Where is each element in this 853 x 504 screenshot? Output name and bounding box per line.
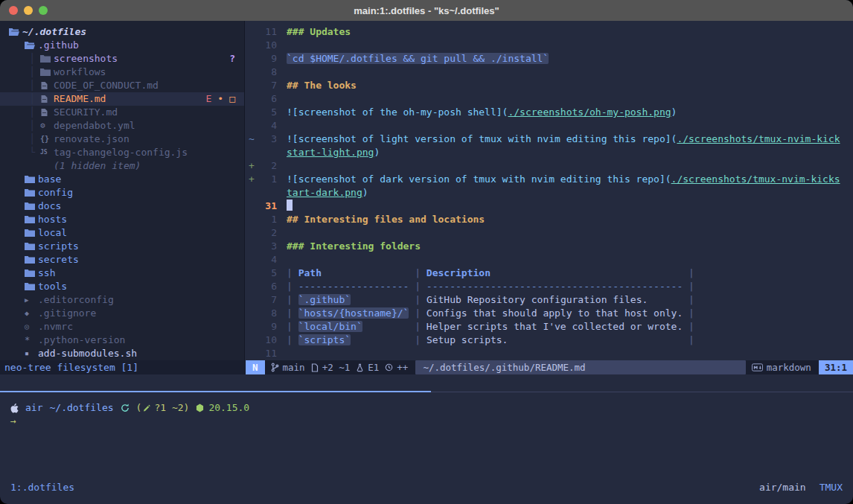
file-md-icon [40, 81, 54, 90]
tree-item[interactable]: │⚙dependabot.yml [0, 119, 244, 133]
tree-item[interactable]: (1 hidden item) [0, 159, 244, 173]
editor-line[interactable]: 8 [246, 66, 853, 79]
tree-item[interactable]: scripts [0, 240, 244, 253]
tree-item[interactable]: │{}renovate.json [0, 133, 244, 146]
editor-line[interactable]: 8| `hosts/{hostname}/` | Configs that sh… [246, 307, 853, 320]
editor-line[interactable]: 11### Updates [246, 25, 853, 39]
tree-item[interactable]: ▪add-submodules.sh [0, 347, 244, 360]
tree-item[interactable]: ~/.dotfiles [0, 25, 244, 39]
pane-divider[interactable] [0, 391, 853, 392]
line-number: 5 [259, 106, 277, 119]
tree-item[interactable]: config [0, 186, 244, 200]
editor-line[interactable]: 4 [246, 119, 853, 133]
editor-line[interactable]: 7## The looks [246, 79, 853, 92]
clock-icon [385, 363, 393, 371]
tree-item-label: config [38, 186, 73, 200]
tree-item[interactable]: ◆.gitignore [0, 307, 244, 320]
tree-item-label: .python-version [38, 334, 125, 347]
tree-item[interactable]: tools [0, 280, 244, 293]
text-segment: ![screenshot of light version of tmux wi… [287, 133, 677, 144]
shell-pane[interactable]: air ~/.dotfiles ( ?1 ~2 ) 20.15.0 → [0, 374, 853, 476]
tree-item[interactable]: ssh [0, 267, 244, 280]
editor-line[interactable]: 1## Interesting files and locations [246, 213, 853, 226]
editor-line[interactable]: 3### Interesting folders [246, 240, 853, 253]
gutter-sign [246, 320, 259, 334]
tree-item[interactable]: base [0, 173, 244, 186]
tree-item[interactable]: ◎.nvmrc [0, 320, 244, 334]
line-number: 3 [259, 133, 277, 146]
text-segment: | [409, 267, 426, 278]
tree-item[interactable]: hosts [0, 213, 244, 226]
text-segment: | [287, 307, 298, 319]
line-number: 10 [259, 334, 277, 347]
editor-line[interactable]: +2 [246, 159, 853, 173]
updates-count: ++ [397, 362, 408, 373]
text-segment: | [683, 334, 694, 345]
tree-item[interactable]: │screenshots? [0, 52, 244, 66]
tree-item[interactable]: .github [0, 39, 244, 52]
text-segment: ./screenshots/tmux-nvim-kicks [671, 173, 840, 185]
editor-line[interactable]: 7| `.github` | GitHub Repository configu… [246, 293, 853, 307]
tree-guide: │ [25, 106, 40, 119]
line-text [287, 92, 853, 106]
gutter-sign [246, 240, 259, 253]
line-number: 9 [259, 320, 277, 334]
tree-item[interactable]: docs [0, 200, 244, 213]
editor-line[interactable]: 4 [246, 253, 853, 267]
prompt-symbol[interactable]: → [10, 415, 16, 428]
tree-item[interactable]: secrets [0, 253, 244, 267]
line-text: ## Interesting files and locations [287, 213, 853, 226]
editor-line[interactable]: 2 [246, 226, 853, 240]
tree-item[interactable]: │SECURITY.md [0, 106, 244, 119]
tree-item[interactable]: local [0, 226, 244, 240]
text-segment: | [683, 294, 694, 305]
editor-line[interactable]: 6 [246, 92, 853, 106]
editor-line[interactable]: start-light.png) [246, 146, 853, 159]
editor-line[interactable]: +1![screenshot of dark version of tmux w… [246, 173, 853, 186]
tree-item[interactable]: │workflows [0, 66, 244, 79]
text-segment: Helper scripts that I've collected or wr… [426, 321, 683, 332]
tree-item[interactable]: *.python-version [0, 334, 244, 347]
editor-line[interactable]: 9`cd $HOME/.dotfiles && git pull && ./in… [246, 52, 853, 66]
text-segment: ### Updates [287, 26, 351, 37]
text-segment [322, 267, 409, 278]
tree-item[interactable]: ▶.editorconfig [0, 293, 244, 307]
text-segment: Setup scripts. [426, 334, 683, 345]
minimize-button[interactable] [24, 6, 33, 15]
tree-item[interactable]: │README.mdE•□ [0, 92, 244, 106]
git-branch-label: main [283, 362, 305, 373]
line-number [259, 146, 277, 159]
line-text [287, 39, 853, 52]
tmux-window-tab[interactable]: 1:.dotfiles [10, 482, 74, 493]
editor-line[interactable]: 9| `local/bin` | Helper scripts that I'v… [246, 320, 853, 334]
line-number: 11 [259, 347, 277, 360]
tree-item[interactable]: │CODE_OF_CONDUCT.md [0, 79, 244, 92]
tree-item[interactable]: └JStag-changelog-config.js [0, 146, 244, 159]
line-text: ![screenshot of dark version of tmux wit… [287, 173, 853, 186]
gutter-sign [246, 267, 259, 280]
editor-line[interactable]: 6| ------------------- | ---------------… [246, 280, 853, 293]
star-icon: * [25, 334, 38, 347]
editor-line[interactable]: ~3![screenshot of light version of tmux … [246, 133, 853, 146]
line-text: | Path | Description | [287, 267, 853, 280]
close-button[interactable] [9, 6, 18, 15]
editor-line[interactable]: 10 [246, 39, 853, 52]
editor-line[interactable]: 5![screenshot of the oh-my-posh shell](.… [246, 106, 853, 119]
neotree-statusline: neo-tree filesystem [1] [0, 360, 246, 374]
file-path: ~/.dotfiles/.github/README.md [415, 360, 745, 374]
editor-pane[interactable]: 11### Updates109`cd $HOME/.dotfiles && g… [246, 21, 853, 360]
line-number [259, 186, 277, 200]
editor-line[interactable]: tart-dark.png) [246, 186, 853, 200]
gutter-sign [246, 213, 259, 226]
neotree-sidebar[interactable]: ~/.dotfiles.github│screenshots?│workflow… [0, 21, 245, 360]
editor-line[interactable]: 10| `scripts` | Setup scripts. | [246, 334, 853, 347]
cursor-position: 31:1 [819, 360, 853, 374]
editor-line[interactable]: 11 [246, 347, 853, 360]
gutter-sign [246, 39, 259, 52]
editor-line[interactable]: 31 [246, 200, 853, 213]
zoom-button[interactable] [39, 6, 48, 15]
line-number: 8 [259, 307, 277, 320]
folder-icon [25, 255, 38, 264]
tree-item-label: scripts [38, 240, 79, 253]
editor-line[interactable]: 5| Path | Description | [246, 267, 853, 280]
